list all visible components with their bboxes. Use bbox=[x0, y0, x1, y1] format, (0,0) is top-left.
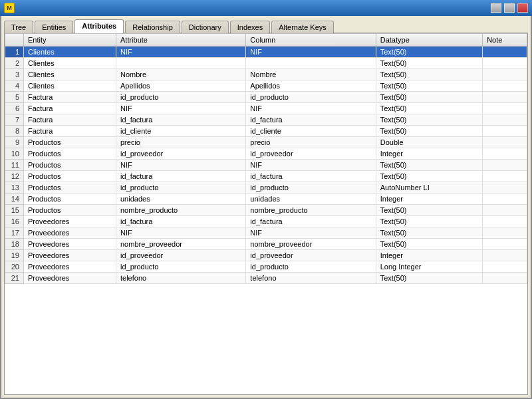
row-datatype: Integer bbox=[376, 194, 482, 205]
row-entity: Clientes bbox=[24, 47, 116, 58]
table-row[interactable]: 8Facturaid_clienteid_clienteText(50) bbox=[5, 126, 527, 137]
row-column: id_factura bbox=[246, 171, 376, 182]
row-num: 5 bbox=[5, 92, 24, 103]
row-note bbox=[483, 250, 527, 261]
row-note bbox=[483, 171, 527, 182]
row-column: NIF bbox=[246, 47, 376, 58]
row-num: 21 bbox=[5, 273, 24, 284]
table-row[interactable]: 1ClientesNIFNIFText(50) bbox=[5, 47, 527, 58]
table-row[interactable]: 3ClientesNombreNombreText(50) bbox=[5, 69, 527, 80]
row-num: 3 bbox=[5, 69, 24, 80]
app-icon: M bbox=[4, 3, 15, 13]
tab-dictionary[interactable]: Dictionary bbox=[182, 21, 229, 33]
row-attribute: nombre_proveedor bbox=[116, 239, 245, 250]
table-row[interactable]: 4ClientesApellidosApellidosText(50) bbox=[5, 80, 527, 92]
row-attribute: NIF bbox=[116, 160, 245, 171]
row-attribute: id_proveedor bbox=[116, 148, 245, 160]
row-attribute: id_producto bbox=[116, 261, 245, 273]
row-datatype: Text(50) bbox=[376, 58, 482, 69]
table-row[interactable]: 12Productosid_facturaid_facturaText(50) bbox=[5, 171, 527, 182]
table-row[interactable]: 6FacturaNIFNIFText(50) bbox=[5, 103, 527, 114]
tab-tree[interactable]: Tree bbox=[4, 21, 33, 33]
row-entity: Factura bbox=[24, 114, 116, 126]
row-datatype: Text(50) bbox=[376, 216, 482, 227]
row-attribute: id_producto bbox=[116, 182, 245, 194]
tab-attributes[interactable]: Attributes bbox=[74, 19, 124, 33]
close-button[interactable] bbox=[517, 3, 528, 13]
table-row[interactable]: 10Productosid_proveedorid_proveedorInteg… bbox=[5, 148, 527, 160]
row-entity: Proveedores bbox=[24, 273, 116, 284]
row-entity: Clientes bbox=[24, 80, 116, 92]
row-num: 13 bbox=[5, 182, 24, 194]
row-num: 14 bbox=[5, 194, 24, 205]
table-row[interactable]: 20Proveedoresid_productoid_productoLong … bbox=[5, 261, 527, 273]
row-entity: Proveedores bbox=[24, 227, 116, 239]
tab-relationship[interactable]: Relationship bbox=[125, 21, 180, 33]
row-attribute: nombre_producto bbox=[116, 205, 245, 216]
table-row[interactable]: 17ProveedoresNIFNIFText(50) bbox=[5, 227, 527, 239]
row-note bbox=[483, 92, 527, 103]
row-num: 9 bbox=[5, 137, 24, 148]
row-column bbox=[246, 58, 376, 69]
row-note bbox=[483, 261, 527, 273]
table-row[interactable]: 15Productosnombre_productonombre_product… bbox=[5, 205, 527, 216]
row-attribute: Apellidos bbox=[116, 80, 245, 92]
row-num: 16 bbox=[5, 216, 24, 227]
row-attribute: NIF bbox=[116, 227, 245, 239]
tab-indexes[interactable]: Indexes bbox=[230, 21, 271, 33]
row-column: Apellidos bbox=[246, 80, 376, 92]
table-row[interactable]: 16Proveedoresid_facturaid_facturaText(50… bbox=[5, 216, 527, 227]
row-num: 12 bbox=[5, 171, 24, 182]
row-column: nombre_producto bbox=[246, 205, 376, 216]
tab-entities[interactable]: Entities bbox=[35, 21, 73, 33]
table-row[interactable]: 19Proveedoresid_proveedorid_proveedorInt… bbox=[5, 250, 527, 261]
tab-bar: TreeEntitiesAttributesRelationshipDictio… bbox=[1, 16, 531, 33]
row-note bbox=[483, 216, 527, 227]
row-column: id_producto bbox=[246, 261, 376, 273]
row-attribute: id_cliente bbox=[116, 126, 245, 137]
row-datatype: Text(50) bbox=[376, 69, 482, 80]
maximize-button[interactable] bbox=[504, 3, 515, 13]
row-column: precio bbox=[246, 137, 376, 148]
table-row[interactable]: 2ClientesText(50) bbox=[5, 58, 527, 69]
row-column: nombre_proveedor bbox=[246, 239, 376, 250]
row-datatype: Text(50) bbox=[376, 160, 482, 171]
row-datatype: Text(50) bbox=[376, 227, 482, 239]
content-area: EntityAttributeColumnDatatypeNote 1Clien… bbox=[4, 33, 528, 395]
row-datatype: Long Integer bbox=[376, 261, 482, 273]
table-row[interactable]: 13Productosid_productoid_productoAutoNum… bbox=[5, 182, 527, 194]
table-row[interactable]: 7Facturaid_facturaid_facturaText(50) bbox=[5, 114, 527, 126]
row-entity: Factura bbox=[24, 92, 116, 103]
row-entity: Proveedores bbox=[24, 250, 116, 261]
table-row[interactable]: 18Proveedoresnombre_proveedornombre_prov… bbox=[5, 239, 527, 250]
tab-alternate-keys[interactable]: Alternate Keys bbox=[271, 21, 334, 33]
row-column: id_cliente bbox=[246, 126, 376, 137]
row-entity: Productos bbox=[24, 171, 116, 182]
row-column: id_proveedor bbox=[246, 148, 376, 160]
table-row[interactable]: 21ProveedorestelefonotelefonoText(50) bbox=[5, 273, 527, 284]
row-num: 20 bbox=[5, 261, 24, 273]
row-entity: Productos bbox=[24, 205, 116, 216]
row-num: 6 bbox=[5, 103, 24, 114]
row-note bbox=[483, 160, 527, 171]
row-num: 11 bbox=[5, 160, 24, 171]
row-attribute: id_proveedor bbox=[116, 250, 245, 261]
minimize-button[interactable] bbox=[491, 3, 501, 13]
row-column: id_factura bbox=[246, 114, 376, 126]
table-row[interactable]: 9ProductosprecioprecioDouble bbox=[5, 137, 527, 148]
table-row[interactable]: 14ProductosunidadesunidadesInteger bbox=[5, 194, 527, 205]
row-num: 15 bbox=[5, 205, 24, 216]
row-attribute: precio bbox=[116, 137, 245, 148]
table-row[interactable]: 11ProductosNIFNIFText(50) bbox=[5, 160, 527, 171]
row-datatype: Text(50) bbox=[376, 273, 482, 284]
row-note bbox=[483, 114, 527, 126]
table-row[interactable]: 5Facturaid_productoid_productoText(50) bbox=[5, 92, 527, 103]
row-datatype: AutoNumber LI bbox=[376, 182, 482, 194]
row-num: 8 bbox=[5, 126, 24, 137]
row-entity: Factura bbox=[24, 103, 116, 114]
row-attribute: NIF bbox=[116, 47, 245, 58]
row-datatype: Integer bbox=[376, 250, 482, 261]
row-num: 4 bbox=[5, 80, 24, 92]
row-datatype: Text(50) bbox=[376, 205, 482, 216]
row-entity: Productos bbox=[24, 160, 116, 171]
